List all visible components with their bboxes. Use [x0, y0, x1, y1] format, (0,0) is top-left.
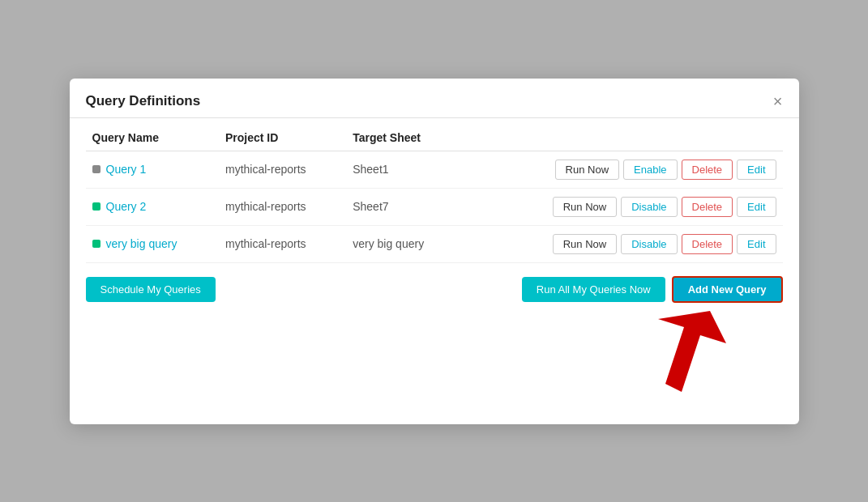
action-buttons-cell: Run NowDisableDeleteEdit — [461, 188, 783, 225]
query-name-link[interactable]: Query 1 — [106, 163, 147, 176]
footer-row: Schedule My Queries Run All My Queries N… — [86, 276, 783, 303]
query-name-cell: Query 1 — [86, 151, 219, 188]
col-actions — [461, 121, 783, 151]
query-definitions-modal: Query Definitions × Query Name Project I… — [70, 79, 799, 424]
query-name-cell: very big query — [86, 225, 219, 262]
run-now-button[interactable]: Run Now — [553, 234, 617, 254]
status-dot — [92, 240, 100, 248]
query-name-link[interactable]: very big query — [106, 237, 177, 250]
enable-button[interactable]: Enable — [623, 160, 677, 180]
footer-right: Run All My Queries Now Add New Query — [522, 276, 783, 303]
delete-button[interactable]: Delete — [682, 160, 733, 180]
modal-body: Query Name Project ID Target Sheet Query… — [70, 121, 799, 424]
table-row: very big querymythical-reportsvery big q… — [86, 225, 783, 262]
action-buttons-cell: Run NowDisableDeleteEdit — [461, 225, 783, 262]
run-now-button[interactable]: Run Now — [555, 160, 619, 180]
delete-button[interactable]: Delete — [682, 197, 733, 217]
run-all-queries-button[interactable]: Run All My Queries Now — [522, 277, 665, 302]
query-name-cell: Query 2 — [86, 188, 219, 225]
target-sheet-cell: very big query — [346, 225, 460, 262]
run-now-button[interactable]: Run Now — [553, 197, 617, 217]
delete-button[interactable]: Delete — [682, 234, 733, 254]
target-sheet-cell: Sheet7 — [346, 188, 460, 225]
modal-title: Query Definitions — [86, 93, 201, 109]
edit-button[interactable]: Edit — [737, 197, 776, 217]
col-query-name: Query Name — [86, 121, 219, 151]
query-table: Query Name Project ID Target Sheet Query… — [86, 121, 783, 263]
add-new-query-button[interactable]: Add New Query — [672, 276, 783, 303]
query-name-link[interactable]: Query 2 — [106, 200, 147, 213]
modal-header: Query Definitions × — [70, 79, 799, 118]
schedule-my-queries-button[interactable]: Schedule My Queries — [86, 277, 216, 302]
project-id-cell: mythical-reports — [219, 151, 346, 188]
edit-button[interactable]: Edit — [737, 160, 776, 180]
project-id-cell: mythical-reports — [219, 188, 346, 225]
project-id-cell: mythical-reports — [219, 225, 346, 262]
status-dot — [92, 202, 100, 211]
disable-button[interactable]: Disable — [621, 234, 677, 254]
disable-button[interactable]: Disable — [621, 197, 677, 217]
table-row: Query 1mythical-reportsSheet1Run NowEnab… — [86, 151, 783, 188]
col-target-sheet: Target Sheet — [346, 121, 460, 151]
col-project-id: Project ID — [219, 121, 346, 151]
status-dot — [92, 165, 100, 173]
target-sheet-cell: Sheet1 — [346, 151, 460, 188]
action-buttons-cell: Run NowEnableDeleteEdit — [461, 151, 783, 188]
table-header-row: Query Name Project ID Target Sheet — [86, 121, 783, 151]
pointer-arrow — [637, 303, 734, 400]
close-button[interactable]: × — [773, 93, 783, 109]
table-row: Query 2mythical-reportsSheet7Run NowDisa… — [86, 188, 783, 225]
arrow-area — [86, 303, 783, 408]
edit-button[interactable]: Edit — [737, 234, 776, 254]
svg-marker-0 — [658, 311, 726, 392]
